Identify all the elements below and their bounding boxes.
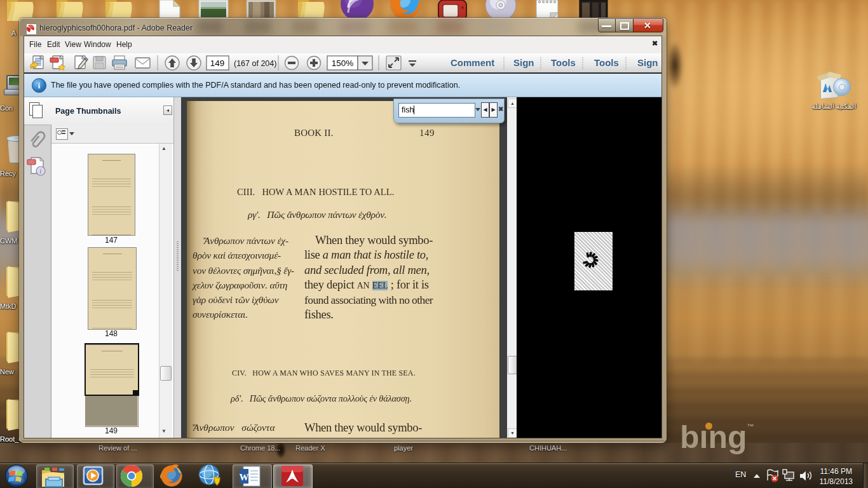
svg-text:(167 of 204): (167 of 204) — [234, 59, 276, 68]
svg-text:150%: 150% — [332, 58, 354, 68]
svg-text:149: 149 — [210, 58, 225, 68]
svg-text:Tools: Tools — [594, 57, 619, 68]
svg-text:Tools: Tools — [551, 57, 576, 68]
svg-text:Sign: Sign — [513, 57, 534, 68]
svg-text:Comment: Comment — [451, 57, 494, 68]
svg-text:Sign: Sign — [637, 57, 658, 68]
svg-text:W: W — [240, 472, 249, 482]
svg-text:i: i — [40, 168, 42, 175]
